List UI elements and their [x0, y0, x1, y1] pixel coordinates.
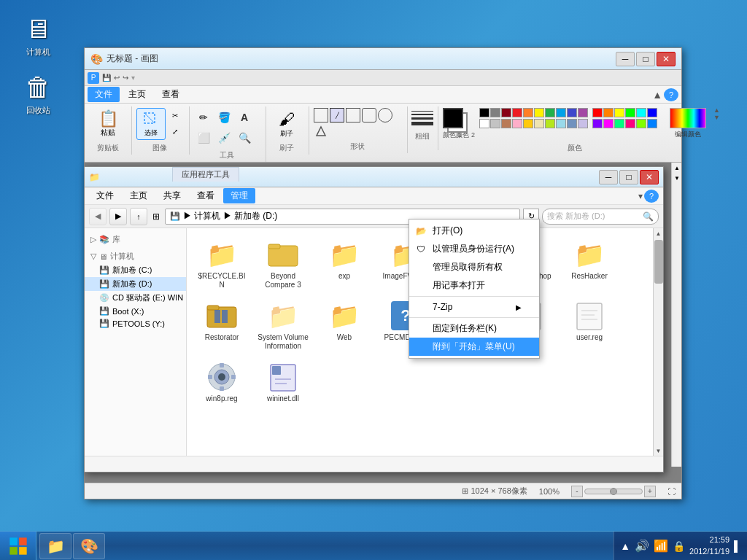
scroll-up-arrow[interactable]: ▲	[654, 228, 664, 238]
scroll-arrow-up[interactable]: ▲	[672, 163, 681, 173]
color-red[interactable]	[512, 108, 522, 117]
paint-minimize-button[interactable]: ─	[616, 52, 635, 66]
shape-curve[interactable]: ╱	[330, 108, 344, 122]
desktop-icon-computer[interactable]: 🖥 计算机	[15, 15, 61, 58]
paste-btn[interactable]: 📋 粘贴	[90, 108, 125, 140]
color-cyan[interactable]	[556, 108, 566, 117]
taskbar-filemanager[interactable]: 📁	[39, 533, 71, 559]
ext-color-9[interactable]	[614, 119, 624, 128]
color-black[interactable]	[479, 108, 489, 117]
explorer-close-button[interactable]: ✕	[640, 170, 659, 184]
quick-drop[interactable]: ▾	[131, 74, 135, 82]
color-orange[interactable]	[523, 108, 533, 117]
taskbar-clock[interactable]: 21:59 2012/11/19	[689, 534, 729, 557]
tray-volume-icon[interactable]: 📶	[654, 539, 668, 553]
ribbon-scroll-down[interactable]: ▼	[713, 114, 720, 121]
sidebar-item-x[interactable]: 💾 Boot (X:)	[85, 305, 186, 317]
color-cream[interactable]	[534, 119, 544, 128]
nav-back-btn[interactable]: ◀	[89, 208, 107, 225]
text-btn[interactable]: A	[235, 108, 254, 127]
color-green[interactable]	[545, 108, 555, 117]
scroll-down-arrow[interactable]: ▼	[654, 446, 664, 456]
color-pink[interactable]	[512, 119, 522, 128]
fill-btn[interactable]: 🪣	[214, 108, 233, 127]
shape-ellipse[interactable]	[378, 108, 392, 122]
file-sysvolinfo[interactable]: 📁 System Volume Information	[254, 295, 312, 354]
nav-up-btn[interactable]: ↑	[130, 208, 147, 225]
paint-help-btn[interactable]: ?	[664, 88, 678, 101]
paint-maximize-button[interactable]: □	[636, 52, 655, 66]
zoom-slider[interactable]	[584, 489, 643, 494]
color-lavender[interactable]	[578, 119, 588, 128]
ext-color-7[interactable]	[592, 119, 603, 128]
picker-btn[interactable]: 💉	[214, 128, 233, 147]
file-restorator[interactable]: Restorator	[193, 295, 251, 354]
size-1[interactable]	[411, 111, 433, 112]
tray-security-icon[interactable]: 🔒	[673, 540, 685, 552]
scroll-thumb[interactable]	[654, 240, 663, 284]
color-yellow[interactable]	[534, 108, 544, 117]
size-3[interactable]	[411, 117, 433, 120]
context-pin-taskbar[interactable]: 固定到任务栏(K)	[409, 319, 539, 338]
paint-scroll-right[interactable]: ▲ ▼	[671, 163, 681, 467]
scroll-track[interactable]	[654, 238, 663, 446]
file-reshacker[interactable]: 📁 ResHacker	[560, 234, 619, 292]
color-skyblue[interactable]	[556, 119, 566, 128]
explorer-maximize-button[interactable]: □	[619, 170, 638, 184]
explorer-minimize-button[interactable]: ─	[599, 170, 618, 184]
sidebar-item-e[interactable]: 💿 CD 驱动器 (E:) WIN	[85, 291, 186, 305]
zoom-out-btn[interactable]: -	[571, 486, 583, 497]
color-blue[interactable]	[567, 108, 577, 117]
ext-color-6[interactable]	[647, 108, 657, 117]
file-userreg[interactable]: user.reg	[560, 295, 619, 354]
paint-close-button[interactable]: ✕	[657, 52, 676, 66]
ext-color-10[interactable]	[625, 119, 635, 128]
explorer-menu-manage[interactable]: 管理	[223, 188, 255, 203]
color-darkred[interactable]	[501, 108, 511, 117]
desktop-icon-recycle[interactable]: 🗑 回收站	[15, 73, 61, 116]
context-pin-start[interactable]: 附到「开始」菜单(U)	[409, 338, 539, 356]
resize-btn[interactable]: ⤢	[167, 124, 183, 139]
context-7zip[interactable]: 7-Zip ▶	[409, 298, 539, 316]
ribbon-scroll-up[interactable]: ▲	[713, 106, 720, 114]
taskbar-paint[interactable]: 🎨	[73, 533, 105, 559]
quick-undo-btn[interactable]: ↩	[114, 74, 120, 82]
color-gray[interactable]	[490, 108, 500, 117]
eraser-btn[interactable]: ⬜	[194, 128, 213, 147]
zoom-in-btn[interactable]: +	[644, 486, 656, 497]
paint-menu-file[interactable]: 文件	[88, 87, 120, 102]
context-open[interactable]: 📂 打开(O)	[409, 222, 539, 240]
sidebar-item-c[interactable]: 💾 新加卷 (C:)	[85, 263, 186, 277]
color-gold[interactable]	[523, 119, 533, 128]
shape-line[interactable]	[314, 108, 328, 122]
explorer-menu-view[interactable]: 查看	[190, 188, 222, 203]
ext-color-1[interactable]	[592, 108, 603, 117]
color-lightgray[interactable]	[490, 119, 500, 128]
color-brown[interactable]	[501, 119, 511, 128]
library-collapse-icon[interactable]: ▷	[90, 235, 96, 244]
file-exp[interactable]: 📁 exp	[315, 234, 374, 292]
brush-btn[interactable]: 🖌 刷子	[271, 108, 303, 140]
color-purple[interactable]	[578, 108, 588, 117]
context-open-notepad[interactable]: 用记事本打开	[409, 276, 539, 295]
file-beyondcompare[interactable]: Beyond Compare 3	[254, 234, 312, 292]
shape-triangle[interactable]	[314, 124, 328, 139]
context-runas-admin[interactable]: 🛡 以管理员身份运行(A)	[409, 240, 539, 258]
tray-network-icon[interactable]: 🔊	[635, 539, 649, 553]
show-desktop-btn[interactable]: ▌	[734, 540, 741, 552]
ext-color-8[interactable]	[603, 119, 614, 128]
paint-ribbon-collapse[interactable]: ▲	[652, 89, 662, 101]
computer-collapse-icon[interactable]: ▽	[90, 252, 96, 261]
file-win8preg[interactable]: win8p.reg	[193, 357, 251, 406]
magnify-btn[interactable]: 🔍	[235, 128, 254, 147]
crop-btn[interactable]: ✂	[167, 108, 183, 122]
quick-save-btn[interactable]: 💾	[102, 74, 111, 82]
pencil-btn[interactable]: ✏	[194, 108, 213, 127]
paint-app-icon[interactable]: P	[88, 72, 99, 84]
size-4[interactable]	[411, 122, 433, 125]
explorer-menu-share[interactable]: 共享	[156, 188, 188, 203]
edit-colors-btn[interactable]: 编辑颜色	[675, 130, 701, 139]
search-bar[interactable]: 搜索 新加卷 (D:) 🔍	[542, 209, 659, 225]
start-button[interactable]	[0, 532, 36, 561]
paint-menu-view[interactable]: 查看	[155, 87, 187, 102]
